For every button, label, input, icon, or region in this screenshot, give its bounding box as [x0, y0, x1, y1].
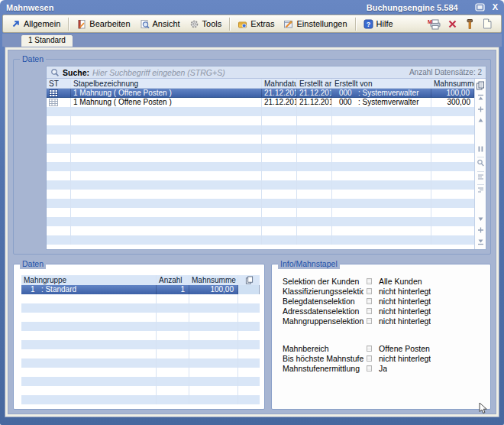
go-last-icon[interactable] — [477, 236, 485, 248]
info-label: Bis höchste Mahnstufe — [283, 354, 363, 363]
copy-icon[interactable] — [476, 79, 485, 92]
row-type-cell — [47, 89, 71, 97]
menu-bearbeiten[interactable]: Bearbeiten — [72, 18, 134, 31]
table-row[interactable]: 1 Mahnung ( Offene Posten ) 21.12.2016 2… — [47, 98, 474, 107]
mahngruppe-table: Mahngruppe Anzahl Mahnsumme € 1 : Standa… — [21, 275, 260, 406]
col-header-st[interactable]: ST — [47, 79, 71, 88]
erstellt-von-cell: 000 : Systemverwalter — [332, 89, 431, 97]
empty-row — [21, 313, 260, 322]
new-document-icon[interactable] — [482, 18, 492, 29]
menu-allgemein[interactable]: Allgemein — [6, 18, 65, 31]
anzahl-cell: 1 — [157, 285, 189, 294]
stapelbezeichnung-cell: 1 Mahnung ( Offene Posten ) — [71, 98, 262, 107]
row-type-cell — [47, 98, 71, 107]
toolbar-separator — [68, 18, 69, 31]
print-dunning-icon[interactable]: M — [428, 18, 441, 30]
close-button[interactable]: X — [493, 3, 498, 11]
list-a-icon[interactable] — [477, 173, 485, 183]
search-icon — [50, 68, 60, 77]
go-first-icon[interactable] — [477, 92, 485, 104]
separator-icon — [367, 288, 372, 294]
hammer-icon[interactable] — [464, 18, 475, 30]
menu-extras[interactable]: Extras — [233, 18, 279, 31]
toolbar: Allgemein Bearbeiten Ansicht Tools Extra… — [2, 15, 502, 33]
col-header-erstellt-am[interactable]: Erstellt am — [297, 79, 332, 88]
move-up-icon[interactable] — [477, 104, 485, 115]
col-header-erstellt-von[interactable]: Erstellt von — [332, 79, 431, 88]
window-title: Mahnwesen — [6, 3, 367, 12]
move-down-icon[interactable] — [477, 225, 485, 236]
col-header-stapelbezeichnung[interactable]: Stapelbezeichnung — [71, 79, 262, 88]
separator-icon — [367, 278, 372, 284]
info-row: Klassifizierungsselektion nicht hinterle… — [283, 286, 481, 296]
empty-row — [47, 116, 474, 125]
tab-standard[interactable]: 1 Standard — [21, 34, 73, 47]
col-header-mahngruppe[interactable]: Mahngruppe — [21, 275, 157, 285]
info-value: Alle Kunden — [379, 277, 422, 286]
menu-ansicht[interactable]: Ansicht — [135, 18, 185, 31]
col-header-mahnsumme[interactable]: Mahnsumme € — [189, 275, 238, 285]
empty-row — [21, 377, 260, 386]
info-row: Adressdatenselektion nicht hinterlegt — [283, 306, 481, 316]
batch-table-panel: Suche: Anzahl Datensätze: 2 ST Stapelbez… — [46, 66, 486, 250]
scroll-up-icon[interactable] — [477, 115, 485, 126]
info-row: Mahngruppenselektion nicht hinterlegt — [283, 316, 481, 326]
batch-grid-icon — [49, 89, 58, 97]
arrow-north-east-icon — [11, 19, 21, 29]
titlebar: Mahnwesen Buchungsengine 5.584 X — [0, 0, 504, 13]
search-input[interactable] — [92, 68, 406, 77]
empty-rows — [47, 107, 474, 245]
info-label: Klassifizierungsselektion — [283, 287, 363, 296]
empty-row — [21, 386, 260, 395]
empty-row — [47, 190, 474, 199]
toolbar-right-icons: M — [428, 18, 498, 30]
rail-separator — [477, 157, 484, 157]
table-header-row: Mahngruppe Anzahl Mahnsumme € — [21, 275, 260, 285]
group-label: Daten — [20, 54, 46, 64]
gear-icon — [189, 19, 199, 29]
list-b-icon[interactable] — [477, 186, 485, 196]
col-header-mahndatum[interactable]: Mahndatum — [262, 79, 297, 88]
menu-label: Hilfe — [376, 19, 393, 28]
col-header-mahnsumme[interactable]: Mahnsumme € — [431, 79, 474, 88]
info-value: Offene Posten — [379, 344, 430, 353]
scroll-down-icon[interactable] — [477, 214, 485, 225]
application-window: Mahnwesen Buchungsengine 5.584 X Allgeme… — [0, 0, 504, 425]
menu-label: Bearbeiten — [89, 19, 130, 28]
table-row[interactable]: 1 Mahnung ( Offene Posten ) 21.12.2016 2… — [47, 89, 474, 98]
menu-einstellungen[interactable]: Einstellungen — [279, 18, 351, 31]
erstellt-am-cell: 21.12.2016 — [297, 98, 332, 107]
info-row: Mahnstufenermittlung Ja — [283, 363, 481, 373]
group-daten-top: Daten Suche: Anzahl Datensätze: 2 ST Sta… — [13, 59, 491, 255]
info-label: Mahngruppenselektion — [283, 316, 363, 326]
erstellt-von-cell: 000 : Systemverwalter — [332, 98, 431, 107]
col-header-anzahl[interactable]: Anzahl — [157, 275, 189, 285]
table-row[interactable]: 1 : Standard 1 100,00 — [21, 285, 260, 294]
empty-row — [21, 294, 260, 303]
engine-version: Buchungsengine 5.584 — [367, 3, 458, 12]
delete-icon[interactable] — [447, 19, 457, 29]
tab-strip: 1 Standard — [2, 34, 502, 47]
columns-icon[interactable] — [477, 144, 485, 156]
info-row: Belegdatenselektion nicht hinterlegt — [283, 296, 481, 306]
empty-row — [21, 358, 260, 368]
empty-row — [47, 235, 474, 245]
info-label: Mahnstufenermittlung — [283, 364, 363, 373]
info-settings-block: Mahnbereich Offene Posten Bis höchste Ma… — [283, 343, 481, 373]
info-row: Selektion der Kunden Alle Kunden — [283, 276, 481, 286]
menu-hilfe[interactable]: ? Hilfe — [359, 18, 398, 31]
info-row: Mahnbereich Offene Posten — [283, 343, 481, 353]
separator-icon — [367, 355, 372, 362]
empty-row — [21, 349, 260, 358]
rail-separator — [477, 171, 484, 172]
window-icon[interactable] — [475, 3, 485, 11]
copy-icon[interactable] — [238, 275, 260, 285]
info-value: Ja — [379, 364, 387, 373]
settings-wrench-icon — [283, 19, 293, 29]
magnifier-page-icon — [140, 19, 150, 29]
menu-tools[interactable]: Tools — [185, 18, 227, 31]
search-small-icon[interactable] — [477, 158, 485, 170]
toolbar-separator — [229, 18, 230, 31]
empty-row — [47, 171, 474, 180]
record-count: Anzahl Datensätze: 2 — [409, 68, 482, 76]
